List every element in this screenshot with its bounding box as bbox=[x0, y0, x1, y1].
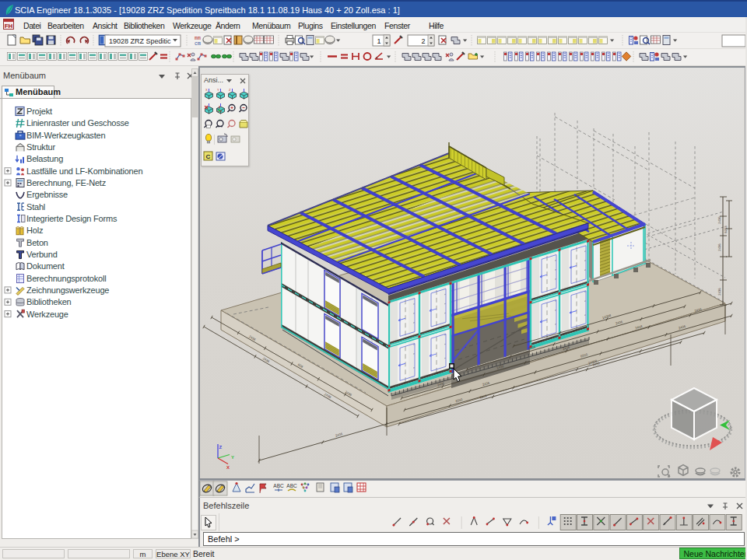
svg-text:Projekt: Projekt bbox=[26, 107, 52, 116]
svg-text:Holz: Holz bbox=[26, 226, 43, 235]
svg-text:Berechnung, FE-Netz: Berechnung, FE-Netz bbox=[26, 178, 106, 187]
svg-text:BIM-Werkzeugkasten: BIM-Werkzeugkasten bbox=[26, 131, 105, 140]
svg-text:ABC: ABC bbox=[273, 483, 284, 488]
svg-text:mm: mm bbox=[195, 36, 201, 41]
svg-text:1: 1 bbox=[377, 37, 381, 45]
svg-text:Z: Z bbox=[219, 445, 223, 450]
svg-text:Y: Y bbox=[231, 455, 234, 460]
svg-text:cm: cm bbox=[195, 41, 201, 47]
svg-text:X: X bbox=[226, 465, 230, 470]
svg-text:Belastung: Belastung bbox=[26, 154, 63, 163]
svg-text:Stahl: Stahl bbox=[26, 202, 45, 212]
svg-text:Beton: Beton bbox=[26, 238, 48, 247]
svg-text:Werkzeuge: Werkzeuge bbox=[26, 310, 68, 319]
svg-text:FH: FH bbox=[5, 23, 13, 30]
svg-text:C: C bbox=[206, 153, 211, 160]
svg-text:Ergebnisse: Ergebnisse bbox=[26, 190, 68, 199]
svg-text:X: X bbox=[205, 88, 208, 92]
svg-text:Integrierte Design Forms: Integrierte Design Forms bbox=[26, 214, 117, 223]
svg-text:2436: 2436 bbox=[717, 288, 721, 296]
svg-text:Berechnungsprotokoll: Berechnungsprotokoll bbox=[26, 274, 106, 283]
svg-text:2436: 2436 bbox=[717, 243, 721, 251]
svg-text:8263: 8263 bbox=[724, 226, 728, 233]
svg-text:Z: Z bbox=[229, 88, 231, 92]
svg-text:2: 2 bbox=[421, 37, 425, 45]
svg-text:Lastfälle und LF-Kombinationen: Lastfälle und LF-Kombinationen bbox=[26, 166, 142, 176]
svg-text:2436: 2436 bbox=[717, 216, 721, 224]
svg-text:Dokument: Dokument bbox=[26, 261, 65, 271]
svg-text:ABC: ABC bbox=[286, 483, 297, 488]
svg-text:Bibliotheken: Bibliotheken bbox=[26, 297, 72, 306]
svg-text:Verbund: Verbund bbox=[26, 250, 58, 259]
svg-text:Struktur: Struktur bbox=[26, 142, 55, 152]
svg-text:19028 ZRZ Speditic: 19028 ZRZ Speditic bbox=[109, 37, 171, 45]
svg-text:Y: Y bbox=[217, 88, 219, 92]
svg-text:Zeichnungswerkzeuge: Zeichnungswerkzeuge bbox=[26, 285, 109, 295]
svg-text:Linienraster und Geschosse: Linienraster und Geschosse bbox=[26, 118, 129, 128]
